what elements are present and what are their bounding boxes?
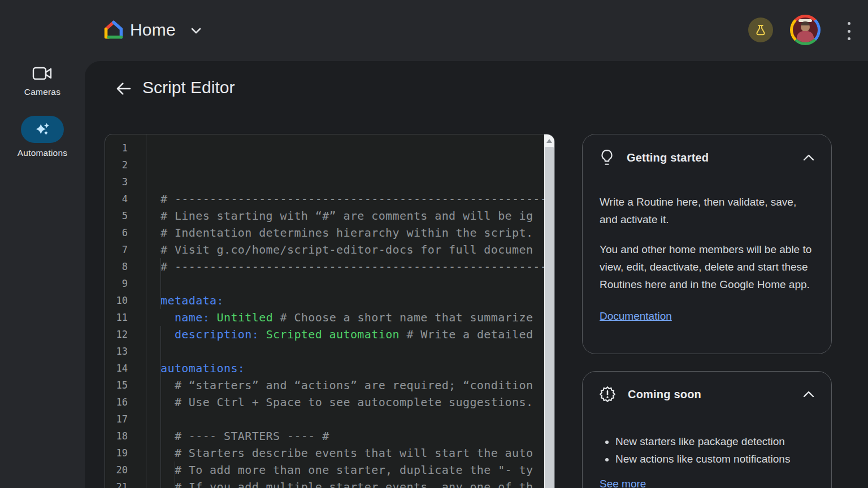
code-line: # Indentation determines hierarchy withi… [160, 224, 554, 241]
home-logo-icon [103, 19, 124, 41]
line-number: 21 [105, 478, 146, 488]
getting-started-card: Getting started Write a Routine here, th… [582, 134, 832, 354]
lightbulb-icon [600, 149, 614, 166]
line-number: 1 [105, 140, 146, 156]
body-paragraph: Write a Routine here, then validate, sav… [600, 193, 814, 228]
sidebar-item-label: Automations [0, 148, 85, 158]
editor-scrollbar[interactable] [544, 134, 554, 488]
line-number: 9 [105, 275, 146, 292]
code-line [160, 343, 554, 360]
new-releases-icon [600, 386, 615, 402]
top-bar: Home [0, 0, 868, 61]
main-panel: Script Editor 12345678910111213141516171… [85, 61, 868, 488]
code-line: # To add more than one starter, duplicat… [160, 461, 554, 478]
coming-soon-body: New starters like package detectionNew a… [600, 433, 814, 488]
code-line [160, 411, 554, 428]
line-number: 7 [105, 241, 146, 258]
line-number: 19 [105, 445, 146, 461]
code-line: description: Scripted automation # Write… [160, 326, 554, 343]
script-editor: 123456789101112131415161718192021 # ----… [105, 134, 555, 488]
coming-soon-card: Coming soon New starters like package de… [582, 371, 832, 488]
line-number: 2 [105, 156, 146, 173]
code-line: automations: [160, 360, 554, 377]
coming-soon-header[interactable]: Coming soon [600, 386, 814, 402]
body-paragraph: You and other home members will be able … [600, 241, 814, 293]
card-title: Coming soon [628, 388, 701, 401]
code-line: # If you add multiple starter events, an… [160, 478, 554, 488]
google-home-script-editor-page: Home [0, 0, 868, 488]
line-number: 17 [105, 411, 146, 428]
line-number: 4 [105, 190, 146, 207]
sidebar-item-cameras[interactable]: Cameras [0, 66, 85, 97]
line-number: 11 [105, 309, 146, 326]
back-arrow-icon[interactable] [114, 80, 132, 98]
code-line: # Use Ctrl + Space to see autocomplete s… [160, 394, 554, 411]
indent-guide [175, 461, 175, 488]
code-line: # --------------------------------------… [160, 190, 554, 207]
line-number: 18 [105, 428, 146, 445]
line-number: 6 [105, 224, 146, 241]
see-more-link[interactable]: See more [600, 478, 646, 488]
code-line: name: Untitled # Choose a short name tha… [160, 309, 554, 326]
scrollbar-thumb[interactable] [545, 147, 554, 488]
editor-gutter: 123456789101112131415161718192021 [105, 134, 146, 488]
home-menu-button[interactable]: Home [130, 20, 176, 40]
line-number: 12 [105, 326, 146, 343]
page-title: Script Editor [142, 78, 235, 97]
line-number: 13 [105, 343, 146, 360]
avatar-photo [793, 18, 818, 42]
camera-icon [32, 66, 53, 81]
line-number: 8 [105, 258, 146, 275]
documentation-link[interactable]: Documentation [600, 310, 672, 323]
sidebar-item-automations[interactable]: Automations [0, 116, 85, 158]
code-line: # Lines starting with “#” are comments a… [160, 207, 554, 224]
code-line [160, 275, 554, 292]
indent-guide [160, 258, 161, 309]
line-number: 14 [105, 360, 146, 377]
labs-flask-icon [754, 23, 767, 37]
code-line: # ---- STARTERS ---- # [160, 428, 554, 445]
code-line: # Starters describe events that will sta… [160, 445, 554, 461]
sparkles-icon [34, 121, 51, 138]
chevron-up-icon[interactable] [803, 391, 814, 398]
card-title: Getting started [627, 151, 709, 164]
line-number: 3 [105, 173, 146, 190]
code-line: # Visit g.co/home/script-editor-docs for… [160, 241, 554, 258]
left-nav: Cameras Automations [0, 61, 85, 488]
line-number: 15 [105, 377, 146, 394]
coming-soon-bullet: New starters like package detection [615, 433, 814, 450]
indent-guide [160, 326, 161, 488]
coming-soon-bullet: New actions like custom notifications [615, 450, 814, 468]
line-number: 5 [105, 207, 146, 224]
chevron-down-icon[interactable] [190, 27, 202, 35]
code-line: # “starters” and “actions” are required;… [160, 377, 554, 394]
coming-soon-list: New starters like package detectionNew a… [615, 433, 814, 468]
info-cards: Getting started Write a Routine here, th… [582, 134, 832, 488]
kebab-menu-icon[interactable] [844, 22, 854, 40]
code-line: metadata: [160, 292, 554, 309]
scrollbar-up-arrow-icon[interactable] [544, 134, 554, 147]
line-number: 20 [105, 461, 146, 478]
code-line: # --------------------------------------… [160, 258, 554, 275]
account-avatar[interactable] [790, 15, 821, 45]
public-preview-labs-button[interactable] [748, 18, 773, 42]
active-pill [21, 116, 64, 143]
getting-started-header[interactable]: Getting started [600, 149, 814, 166]
line-number: 10 [105, 292, 146, 309]
editor-code[interactable]: # --------------------------------------… [146, 134, 554, 488]
line-number: 16 [105, 394, 146, 411]
chevron-up-icon[interactable] [803, 154, 814, 161]
getting-started-body: Write a Routine here, then validate, sav… [600, 193, 814, 323]
sidebar-item-label: Cameras [0, 87, 85, 97]
